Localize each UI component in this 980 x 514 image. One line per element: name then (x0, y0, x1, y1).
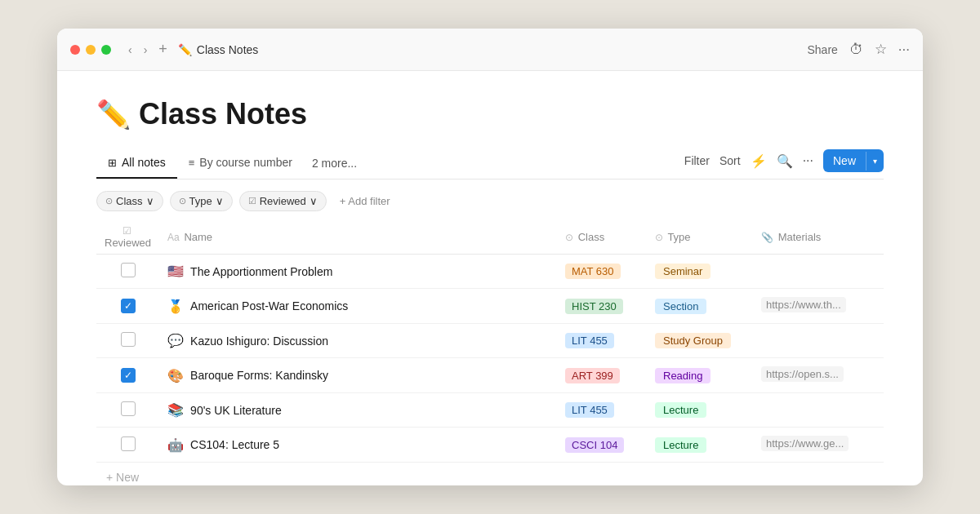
filter-button[interactable]: Filter (684, 154, 710, 167)
class-badge: HIST 230 (565, 299, 623, 314)
cell-reviewed: ✓ (96, 289, 159, 324)
cell-type: Lecture (647, 393, 753, 428)
cell-class: ART 399 (557, 358, 647, 393)
sort-button[interactable]: Sort (719, 154, 741, 167)
traffic-lights (70, 45, 111, 55)
cell-reviewed (96, 428, 159, 463)
cell-materials: https://www.ge... (753, 428, 884, 463)
filter-chip-class[interactable]: ⊙ Class ∨ (96, 191, 163, 211)
type-badge: Lecture (655, 402, 706, 418)
tabs-more[interactable]: 2 more... (304, 150, 365, 178)
all-notes-icon: ⊞ (108, 157, 117, 169)
star-button[interactable]: ☆ (875, 41, 887, 58)
cell-type: Section (647, 289, 753, 324)
cell-type: Seminar (647, 255, 753, 289)
filter-chip-reviewed[interactable]: ☑ Reviewed ∨ (239, 191, 327, 211)
table-container: ☑ Reviewed Aa Name ⊙ Class ⊙ (96, 219, 884, 485)
history-button[interactable]: ⏱ (849, 42, 863, 58)
close-button[interactable] (70, 45, 80, 55)
tab-by-course[interactable]: ≡ By course number (177, 149, 304, 179)
row-checkbox[interactable]: ✓ (121, 368, 136, 383)
more-button[interactable]: ··· (898, 42, 910, 58)
type-badge: Study Group (655, 333, 731, 348)
row-checkbox[interactable] (121, 436, 136, 451)
row-name: The Apportionment Problem (190, 265, 332, 278)
table-header-row: ☑ Reviewed Aa Name ⊙ Class ⊙ (96, 219, 884, 255)
class-filter-caret: ∨ (146, 195, 154, 207)
cell-reviewed (96, 255, 159, 289)
class-badge: CSCI 104 (565, 437, 624, 453)
col-header-name: Aa Name (159, 219, 557, 255)
cell-type: Reading (647, 358, 753, 393)
search-button[interactable]: 🔍 (777, 153, 793, 169)
type-filter-caret: ∨ (216, 195, 224, 207)
tabs-right: Filter Sort ⚡ 🔍 ··· New ▾ (684, 149, 884, 179)
tab-by-course-label: By course number (199, 156, 292, 169)
col-header-materials: 📎 Materials (753, 219, 884, 255)
add-filter-button[interactable]: + Add filter (333, 192, 397, 210)
cell-name[interactable]: 🇺🇸The Apportionment Problem (159, 255, 557, 289)
materials-link[interactable]: https://open.s... (761, 366, 844, 382)
type-badge: Lecture (655, 437, 706, 453)
type-filter-icon: ⊙ (179, 196, 186, 206)
class-badge: MAT 630 (565, 264, 621, 279)
name-col-icon: Aa (167, 232, 180, 243)
class-badge: LIT 455 (565, 333, 614, 348)
page-title-label: Class Notes (197, 43, 258, 56)
col-header-reviewed: ☑ Reviewed (96, 219, 159, 255)
row-checkbox[interactable] (121, 332, 136, 347)
new-tab-button[interactable]: + (154, 39, 172, 60)
tab-all-notes-label: All notes (122, 156, 166, 169)
row-name: American Post-War Economics (190, 299, 348, 312)
class-badge: ART 399 (565, 368, 620, 383)
cell-reviewed: ✓ (96, 358, 159, 393)
row-checkbox[interactable] (121, 401, 136, 416)
materials-link[interactable]: https://www.ge... (761, 436, 849, 451)
row-name: CS104: Lecture 5 (190, 438, 279, 451)
notes-table: ☑ Reviewed Aa Name ⊙ Class ⊙ (96, 219, 884, 463)
cell-name[interactable]: 🤖CS104: Lecture 5 (159, 428, 557, 463)
class-filter-label: Class (116, 195, 143, 207)
cell-reviewed (96, 393, 159, 428)
page-header: ✏️ Class Notes (96, 97, 884, 131)
row-icon: 💬 (167, 333, 184, 348)
new-button-label: New (823, 149, 866, 172)
new-button[interactable]: New ▾ (823, 149, 884, 172)
cell-class: MAT 630 (557, 255, 647, 289)
lightning-button[interactable]: ⚡ (751, 153, 767, 169)
cell-name[interactable]: 💬Kazuo Ishiguro: Discussion (159, 324, 557, 358)
row-checkbox[interactable]: ✓ (121, 299, 136, 313)
new-button-caret[interactable]: ▾ (866, 152, 884, 171)
class-col-icon: ⊙ (565, 232, 573, 243)
titlebar-title: ✏️ Class Notes (178, 43, 808, 56)
materials-col-icon: 📎 (761, 232, 773, 243)
reviewed-filter-label: Reviewed (260, 195, 306, 207)
row-icon: 🇺🇸 (167, 264, 184, 279)
share-button[interactable]: Share (807, 43, 837, 56)
tabs-left: ⊞ All notes ≡ By course number 2 more... (96, 149, 684, 179)
type-badge: Section (655, 299, 706, 314)
type-filter-label: Type (189, 195, 212, 207)
reviewed-filter-icon: ☑ (248, 196, 256, 206)
forward-button[interactable]: › (140, 41, 152, 59)
minimize-button[interactable] (86, 45, 96, 55)
tabs-row: ⊞ All notes ≡ By course number 2 more...… (96, 149, 884, 179)
filter-chip-type[interactable]: ⊙ Type ∨ (170, 191, 233, 211)
cell-name[interactable]: 📚90's UK Literature (159, 393, 557, 428)
row-icon: 📚 (167, 402, 184, 418)
cell-name[interactable]: 🎨Baroque Forms: Kandinsky (159, 358, 557, 393)
tab-all-notes[interactable]: ⊞ All notes (96, 149, 177, 179)
materials-link[interactable]: https://www.th... (761, 297, 846, 312)
filters-row: ⊙ Class ∨ ⊙ Type ∨ ☑ Reviewed ∨ + Add fi… (96, 191, 884, 211)
back-button[interactable]: ‹ (124, 41, 136, 59)
row-checkbox[interactable] (121, 263, 136, 277)
cell-materials (753, 393, 884, 428)
cell-name[interactable]: 🥇American Post-War Economics (159, 289, 557, 324)
col-header-type: ⊙ Type (647, 219, 753, 255)
row-name: Kazuo Ishiguro: Discussion (190, 335, 328, 348)
type-col-icon: ⊙ (655, 232, 663, 243)
maximize-button[interactable] (101, 45, 111, 55)
options-button[interactable]: ··· (803, 153, 813, 168)
add-new-row[interactable]: + New (96, 463, 884, 485)
cell-class: HIST 230 (557, 289, 647, 324)
